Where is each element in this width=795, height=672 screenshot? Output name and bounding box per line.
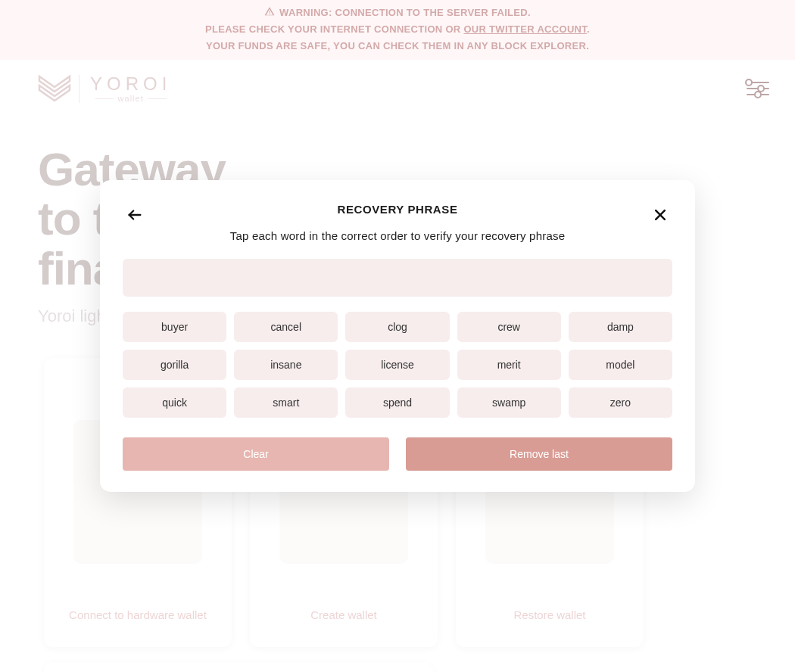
back-button[interactable] <box>124 204 145 226</box>
modal-action-row: Clear Remove last <box>123 437 672 471</box>
word-button[interactable]: model <box>569 350 672 380</box>
close-button[interactable] <box>650 204 671 226</box>
word-button[interactable]: quick <box>123 387 226 418</box>
word-button[interactable]: spend <box>345 387 449 418</box>
word-button[interactable]: smart <box>234 387 338 418</box>
word-button[interactable]: zero <box>569 387 672 418</box>
word-button[interactable]: crew <box>457 312 561 342</box>
word-button[interactable]: gorilla <box>123 350 226 380</box>
word-grid: buyer cancel clog crew damp gorilla insa… <box>123 312 672 418</box>
word-button[interactable]: clog <box>345 312 449 342</box>
word-button[interactable]: damp <box>569 312 672 342</box>
modal-instruction: Tap each word in the correct order to ve… <box>123 229 672 242</box>
remove-last-button[interactable]: Remove last <box>406 437 672 471</box>
recovery-phrase-modal: RECOVERY PHRASE Tap each word in the cor… <box>100 180 695 492</box>
word-button[interactable]: merit <box>457 350 561 380</box>
arrow-left-icon <box>126 207 143 223</box>
close-icon <box>653 207 668 222</box>
selected-words-area <box>123 259 672 297</box>
word-button[interactable]: swamp <box>457 387 561 418</box>
word-button[interactable]: insane <box>234 350 338 380</box>
word-button[interactable]: cancel <box>234 312 338 342</box>
clear-button[interactable]: Clear <box>123 437 389 471</box>
word-button[interactable]: buyer <box>123 312 226 342</box>
modal-header: RECOVERY PHRASE <box>123 203 672 216</box>
modal-title: RECOVERY PHRASE <box>123 203 672 216</box>
word-button[interactable]: license <box>345 350 449 380</box>
